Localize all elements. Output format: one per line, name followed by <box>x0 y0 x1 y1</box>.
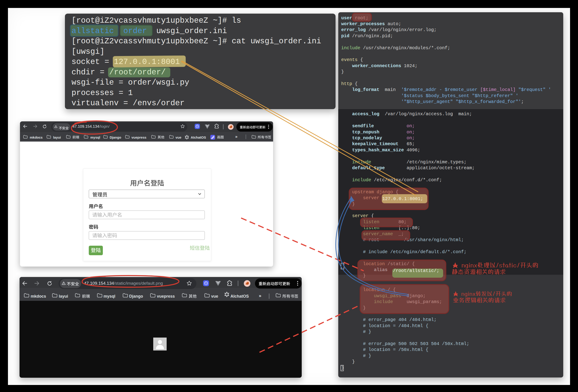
svg-text:/root/allstatic/;: /root/allstatic/; <box>393 268 439 273</box>
svg-text:127.0.0.1:8001;: 127.0.0.1:8001; <box>382 196 423 201</box>
